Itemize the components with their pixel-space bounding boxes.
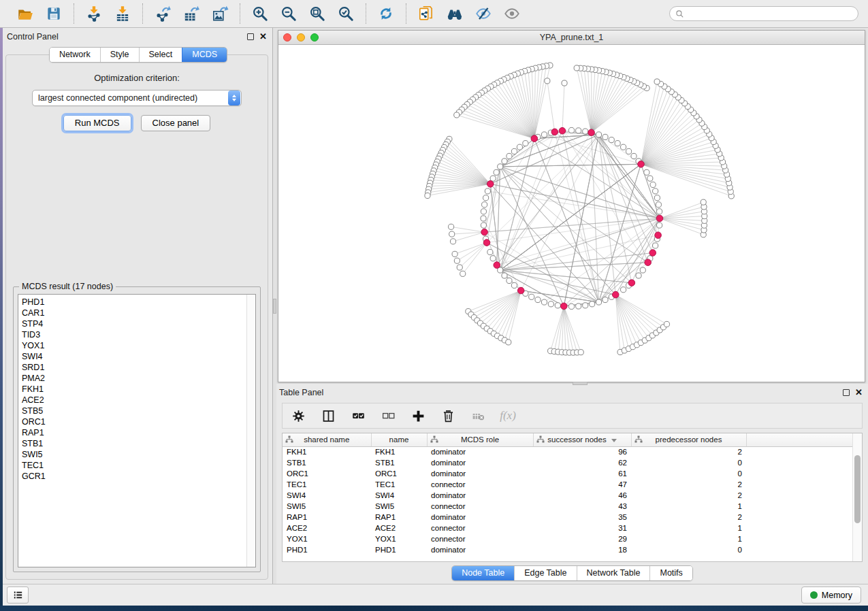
cell-shared-name[interactable]: PHD1 (283, 544, 371, 555)
graph-node[interactable] (653, 243, 658, 248)
zoom-selected-button[interactable] (332, 3, 360, 24)
zoom-fit-button[interactable] (303, 3, 332, 24)
graph-node[interactable] (654, 195, 660, 201)
cell-successor-nodes[interactable]: 31 (533, 523, 631, 533)
save-session-button[interactable] (39, 3, 68, 24)
export-network-button[interactable] (148, 3, 177, 24)
mcds-result-item[interactable]: ACE2 (22, 395, 246, 406)
cell-MCDS-role[interactable]: dominator (427, 468, 533, 479)
cell-successor-nodes[interactable]: 62 (533, 457, 631, 468)
graph-hub-node[interactable] (560, 303, 567, 310)
graph-node[interactable] (545, 78, 550, 84)
cell-successor-nodes[interactable]: 43 (533, 501, 631, 512)
float-panel-icon[interactable] (247, 33, 254, 40)
graph-node[interactable] (485, 188, 490, 194)
mcds-result-item[interactable]: TEC1 (22, 460, 246, 471)
graph-hub-node[interactable] (517, 287, 524, 294)
graph-node[interactable] (502, 159, 507, 164)
cell-MCDS-role[interactable]: connector (427, 523, 533, 533)
optimization-criterion-select[interactable]: largest connected component (undirected) (32, 90, 242, 106)
select-all-button[interactable] (349, 406, 367, 425)
mcds-result-item[interactable]: FKH1 (22, 384, 246, 395)
cell-successor-nodes[interactable]: 18 (533, 544, 631, 555)
table-row[interactable]: SWI4SWI4dominator462 (283, 490, 852, 501)
table-row[interactable]: SWI5SWI5connector431 (283, 501, 852, 512)
graph-node[interactable] (541, 132, 547, 137)
cell-name[interactable]: TEC1 (371, 479, 427, 490)
graph-node[interactable] (656, 222, 662, 228)
mcds-result-item[interactable]: TID3 (22, 329, 246, 340)
graph-hub-node[interactable] (645, 259, 652, 266)
graph-node[interactable] (490, 256, 496, 261)
cell-shared-name[interactable]: RAP1 (283, 512, 371, 523)
graph-node[interactable] (621, 287, 626, 293)
graph-hub-node[interactable] (559, 127, 566, 134)
table-row[interactable]: ACE2ACE2connector311 (283, 523, 852, 533)
tab-style[interactable]: Style (100, 48, 139, 62)
mcds-result-list[interactable]: PHD1CAR1STP4TID3YOX1SWI4SRD1PMA2FKH1ACE2… (18, 295, 246, 567)
graph-hub-node[interactable] (531, 135, 538, 142)
graph-node[interactable] (450, 239, 455, 244)
share-document-button[interactable] (412, 3, 440, 24)
cell-shared-name[interactable]: TEC1 (283, 479, 371, 490)
graph-node[interactable] (498, 164, 503, 169)
cell-name[interactable]: PHD1 (371, 544, 427, 555)
graph-node[interactable] (481, 209, 486, 214)
toggle-graphics-details-button[interactable] (469, 3, 498, 24)
import-network-button[interactable] (80, 3, 108, 24)
mcds-result-item[interactable]: PHD1 (22, 297, 246, 308)
table-row[interactable]: PHD1PHD1dominator180 (283, 544, 852, 555)
cell-predecessor-nodes[interactable]: 1 (631, 533, 746, 544)
graph-node[interactable] (576, 303, 581, 309)
tab-motifs[interactable]: Motifs (649, 566, 692, 580)
graph-node[interactable] (449, 231, 455, 237)
network-graph[interactable] (278, 45, 865, 382)
mcds-result-item[interactable]: YOX1 (22, 340, 246, 351)
graph-node[interactable] (578, 350, 583, 355)
graph-node[interactable] (487, 249, 493, 254)
table-row[interactable]: ORC1ORC1dominator610 (283, 468, 852, 479)
graph-node[interactable] (535, 297, 541, 303)
graph-hub-node[interactable] (483, 240, 490, 246)
graph-node[interactable] (454, 258, 460, 263)
graph-node[interactable] (507, 153, 512, 159)
gear-button[interactable] (289, 406, 307, 425)
cell-name[interactable]: YOX1 (371, 533, 427, 544)
cell-predecessor-nodes[interactable]: 0 (631, 544, 746, 555)
cell-successor-nodes[interactable]: 46 (533, 490, 631, 501)
cell-successor-nodes[interactable]: 61 (533, 468, 631, 479)
cell-predecessor-nodes[interactable]: 2 (631, 490, 746, 501)
column-header-predecessor-nodes[interactable]: predecessor nodes (631, 433, 746, 446)
graph-node[interactable] (555, 303, 560, 308)
graph-node[interactable] (490, 176, 496, 181)
cell-MCDS-role[interactable]: connector (427, 533, 533, 544)
export-image-button[interactable] (206, 3, 234, 24)
tab-network[interactable]: Network (50, 48, 100, 62)
graph-hub-node[interactable] (638, 161, 645, 168)
cell-predecessor-nodes[interactable]: 0 (631, 468, 746, 479)
graph-node[interactable] (656, 209, 662, 214)
table-row[interactable]: YOX1YOX1connector291 (283, 533, 852, 544)
graph-node[interactable] (454, 112, 460, 118)
cell-predecessor-nodes[interactable]: 2 (631, 512, 746, 523)
search-field[interactable] (669, 6, 858, 21)
cell-shared-name[interactable]: SWI4 (283, 490, 371, 501)
graph-node[interactable] (523, 141, 528, 146)
cell-name[interactable]: RAP1 (371, 512, 427, 523)
cell-name[interactable]: ACE2 (371, 523, 427, 533)
add-column-button[interactable] (409, 406, 427, 425)
cell-MCDS-role[interactable]: dominator (427, 446, 533, 457)
graph-node[interactable] (590, 301, 595, 307)
network-canvas[interactable] (278, 45, 865, 382)
cell-MCDS-role[interactable]: connector (427, 501, 533, 512)
column-header-successor-nodes[interactable]: successor nodes (533, 433, 631, 446)
graph-node[interactable] (653, 188, 658, 194)
graph-hub-node[interactable] (656, 215, 663, 222)
tab-select[interactable]: Select (139, 48, 182, 62)
table-row[interactable]: STB1STB1dominator620 (283, 457, 852, 468)
cell-predecessor-nodes[interactable]: 2 (631, 479, 746, 490)
graph-node[interactable] (548, 301, 553, 307)
memory-button[interactable]: Memory (801, 587, 861, 604)
graph-node[interactable] (482, 202, 487, 208)
graph-node[interactable] (481, 216, 486, 221)
